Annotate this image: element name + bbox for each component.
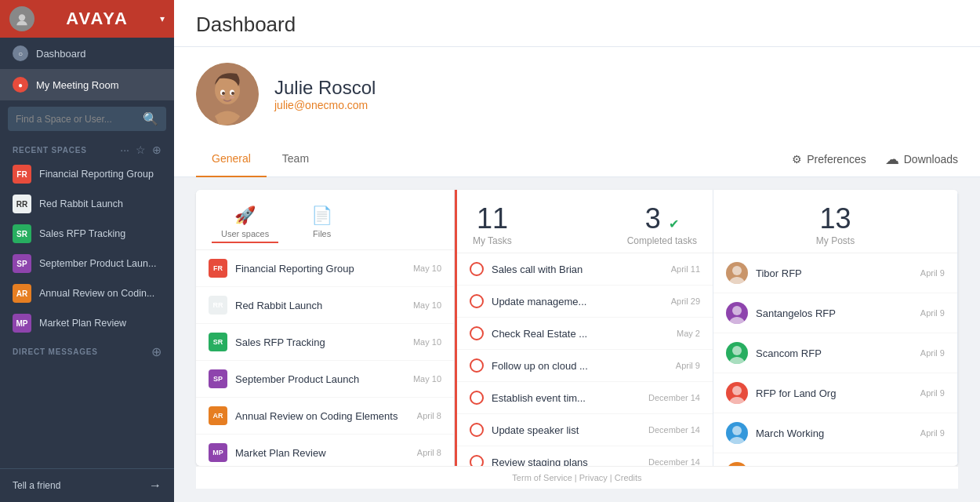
post-list-item[interactable]: Scancom RFP April 9 (713, 333, 957, 373)
svg-point-13 (732, 426, 742, 435)
sidebar-item-my-meeting-room[interactable]: ● My Meeting Room (0, 69, 174, 100)
task-item-date: April 29 (671, 296, 700, 306)
tasks-count: 11 (473, 202, 512, 235)
list-item-date: May 10 (413, 374, 441, 384)
list-item-date: April 8 (417, 411, 441, 420)
sidebar-footer: Tell a friend → (0, 468, 174, 502)
task-list-item[interactable]: Update speaker list December 14 (457, 414, 713, 446)
space-badge: SP (13, 254, 31, 273)
file-icon: 📄 (311, 206, 332, 226)
tab-general[interactable]: General (196, 141, 267, 177)
task-list-item[interactable]: Follow up on cloud ... April 9 (457, 350, 713, 382)
sidebar-space-sp[interactable]: SP September Product Laun... (0, 249, 174, 278)
search-input[interactable] (16, 114, 138, 125)
task-circle (470, 294, 484, 308)
list-item-name: September Product Launch (235, 373, 405, 385)
sidebar-space-sr[interactable]: SR Sales RFP Tracking (0, 219, 174, 249)
user-avatar[interactable] (9, 6, 34, 31)
sidebar-item-dashboard[interactable]: ○ Dashboard (0, 38, 174, 69)
post-avatar (726, 302, 748, 324)
preferences-action[interactable]: ⚙ Preferences (792, 153, 866, 166)
sidebar-space-rr[interactable]: RR Red Rabbit Launch (0, 189, 174, 219)
space-label: Financial Reporting Group (39, 169, 154, 180)
recent-spaces-header: RECENT SPACES ··· ☆ ⊕ (0, 137, 174, 159)
tell-friend-link[interactable]: Tell a friend (13, 480, 60, 491)
post-item-name: Santangelos RFP (756, 307, 913, 319)
task-circle (470, 391, 484, 405)
star-icon[interactable]: ☆ (136, 144, 146, 156)
sidebar-space-mp[interactable]: MP Market Plan Review (0, 308, 174, 338)
space-badge: FR (13, 165, 31, 184)
post-avatar (726, 262, 748, 284)
sidebar-collapse-icon[interactable]: ▾ (160, 13, 165, 24)
task-item-name: Update speaker list (492, 424, 641, 436)
post-item-date: April 9 (920, 388, 945, 398)
card-tab-user-spaces[interactable]: 🚀 User spaces (212, 202, 278, 243)
downloads-action[interactable]: ☁ Downloads (885, 151, 958, 168)
profile-avatar (196, 63, 259, 126)
task-circle (470, 262, 484, 276)
list-item-name: Financial Reporting Group (235, 263, 405, 275)
tasks-card-list: Sales call with Brian April 11 Update ma… (457, 253, 713, 466)
post-avatar (726, 342, 748, 364)
list-item-date: May 10 (413, 337, 441, 347)
list-item-date: May 10 (413, 300, 441, 310)
post-list-item[interactable]: March Working April 9 (713, 413, 957, 453)
list-badge: MP (209, 443, 227, 462)
preferences-icon: ⚙ (792, 153, 802, 166)
more-icon[interactable]: ··· (120, 144, 129, 156)
task-list-item[interactable]: Review staging plans December 14 (457, 446, 713, 466)
sidebar-space-fr[interactable]: FR Financial Reporting Group (0, 159, 174, 189)
space-badge: SR (13, 224, 31, 243)
search-box[interactable]: 🔍 (8, 107, 166, 131)
task-list-item[interactable]: Sales call with Brian April 11 (457, 253, 713, 286)
space-list-item[interactable]: AR Annual Review on Coding Elements Apri… (196, 398, 454, 435)
space-list-item[interactable]: SR Sales RFP Tracking May 10 (196, 324, 454, 361)
profile-section: Julie Roscol julie@onecmo.com (174, 47, 980, 141)
space-badge: MP (13, 314, 31, 333)
svg-point-10 (732, 306, 742, 315)
svg-point-7 (220, 96, 225, 99)
tab-team[interactable]: Team (267, 141, 325, 177)
space-list-item[interactable]: FR Financial Reporting Group May 10 (196, 250, 454, 287)
space-label: Market Plan Review (39, 318, 126, 329)
task-item-name: Sales call with Brian (492, 264, 663, 275)
task-item-name: Update manageme... (492, 296, 663, 307)
post-list-item[interactable]: RFP for Land Org April 9 (713, 373, 957, 413)
post-list-item[interactable]: Tibor RFP April 9 (713, 253, 957, 293)
dashboard-cards: 🚀 User spaces 📄 Files FR Financial Repor… (196, 190, 958, 466)
sidebar-space-ar[interactable]: AR Annual Review on Codin... (0, 278, 174, 308)
list-badge: SR (209, 333, 227, 351)
post-list-item[interactable]: February Final Report April 9 (713, 453, 957, 466)
task-list-item[interactable]: Establish event tim... December 14 (457, 382, 713, 414)
space-list-item[interactable]: SP September Product Launch May 10 (196, 361, 454, 398)
dashboard-icon: ○ (13, 45, 28, 61)
task-circle (470, 423, 484, 437)
task-list-item[interactable]: Update manageme... April 29 (457, 286, 713, 318)
task-item-name: Check Real Estate ... (492, 328, 669, 340)
footer-bar: Term of Service | Privacy | Credits (196, 466, 958, 489)
space-badge: RR (13, 195, 31, 213)
post-list-item[interactable]: Santangelos RFP April 9 (713, 293, 957, 333)
list-item-name: Annual Review on Coding Elements (235, 410, 409, 422)
card-tab-files[interactable]: 📄 Files (302, 202, 342, 243)
check-icon: ✔ (669, 217, 679, 231)
post-item-date: April 9 (920, 428, 945, 438)
add-space-icon[interactable]: ⊕ (152, 144, 162, 156)
space-list-item[interactable]: MP Market Plan Review April 8 (196, 435, 454, 466)
add-dm-icon[interactable]: ⊕ (151, 344, 162, 359)
posts-stats: 13 My Posts (713, 190, 957, 253)
cards-container: 🚀 User spaces 📄 Files FR Financial Repor… (174, 177, 980, 502)
task-list-item[interactable]: Check Real Estate ... May 2 (457, 318, 713, 350)
tab-actions: ⚙ Preferences ☁ Downloads (792, 151, 958, 168)
completed-label: Completed tasks (627, 235, 697, 246)
space-list-item[interactable]: RR Red Rabbit Launch May 10 (196, 287, 454, 324)
arrow-right-icon[interactable]: → (149, 478, 162, 493)
list-item-name: Market Plan Review (235, 447, 409, 459)
posts-card-list: Tibor RFP April 9 Santangelos RFP April … (713, 253, 957, 466)
task-circle (470, 358, 484, 373)
task-circle (470, 326, 484, 340)
svg-point-11 (732, 346, 742, 355)
svg-point-12 (732, 386, 742, 395)
spaces-card-header: 🚀 User spaces 📄 Files (196, 190, 454, 250)
